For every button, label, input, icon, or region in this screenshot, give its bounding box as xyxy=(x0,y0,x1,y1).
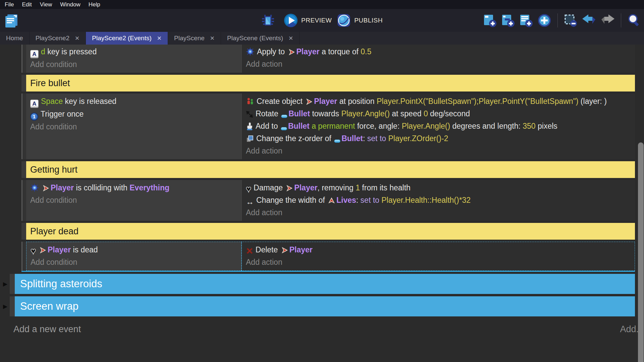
close-icon[interactable]: ✕ xyxy=(75,35,79,42)
undo-icon[interactable] xyxy=(581,14,597,27)
condition-line[interactable]: Player is colliding with Everything xyxy=(30,182,237,194)
conditions-column: Ad key is pressedAdd condition xyxy=(26,45,241,73)
action-line[interactable]: Rotate Bullet towards Player.Angle() at … xyxy=(246,108,631,120)
action-line[interactable]: Create object Player at position Player.… xyxy=(246,95,631,108)
action-line[interactable]: ✕Delete Player xyxy=(246,244,631,256)
publish-globe-icon xyxy=(336,13,351,28)
condition-line[interactable]: 1Trigger once xyxy=(30,108,237,121)
event-drag-handle[interactable] xyxy=(21,242,26,271)
text-segment: Player.PointX("BulletSpawn");Player.Poin… xyxy=(377,97,579,106)
comment-row[interactable]: Player dead xyxy=(21,223,635,240)
rotate-icon xyxy=(246,111,253,118)
close-icon[interactable]: ✕ xyxy=(210,35,215,42)
action-line[interactable]: Change the z-order of Bullet: set to Pla… xyxy=(246,132,631,145)
add-action-link[interactable]: Add action xyxy=(246,206,631,219)
event-row[interactable]: Ad key is pressedAdd conditionApply to P… xyxy=(21,45,635,73)
preview-button[interactable]: PREVIEW xyxy=(283,13,332,28)
debugger-icon[interactable] xyxy=(261,14,275,27)
text-segment: Trigger once xyxy=(41,110,84,118)
text-segment: Player xyxy=(289,245,313,254)
trigger-once-icon: 1 xyxy=(30,113,38,121)
add-action-link[interactable]: Add action xyxy=(246,145,631,157)
vertical-scrollbar[interactable] xyxy=(638,142,644,362)
text-segment: Player xyxy=(314,97,337,106)
action-line[interactable]: ♥Damage Player, removing 1 from its heal… xyxy=(246,182,631,194)
action-line[interactable]: ↔Change the width of Lives: set to Playe… xyxy=(246,194,631,206)
text-segment: Player xyxy=(48,245,71,254)
text-segment: a torque of xyxy=(320,47,361,56)
add-new-event-button[interactable]: Add a new event xyxy=(13,324,81,334)
add-comment-icon[interactable] xyxy=(519,13,533,28)
text-segment: 1 xyxy=(356,183,360,192)
text-segment: at position xyxy=(337,97,377,106)
conditions-column: ♥Player is deadAdd condition xyxy=(26,242,241,271)
text-segment: 0 xyxy=(424,109,428,118)
add-condition-link[interactable]: Add condition xyxy=(30,121,237,133)
add-action-link[interactable]: Add action xyxy=(246,58,631,70)
redo-icon[interactable] xyxy=(600,14,615,27)
actions-column: ✕Delete PlayerAdd action xyxy=(241,242,635,271)
player-object-icon xyxy=(281,246,288,254)
physics-icon xyxy=(30,183,39,192)
action-line[interactable]: Add to Bullet a permanent force, angle: … xyxy=(246,120,631,132)
menu-edit[interactable]: Edit xyxy=(22,1,32,8)
text-segment: Player xyxy=(297,47,320,56)
event-drag-handle[interactable] xyxy=(10,296,15,316)
search-icon[interactable] xyxy=(627,13,641,28)
condition-line[interactable]: ASpace key is released xyxy=(30,95,237,108)
group-row[interactable]: ▶Splitting asteroids xyxy=(10,274,635,294)
event-drag-handle[interactable] xyxy=(21,180,26,221)
add-condition-link[interactable]: Add condition xyxy=(31,256,237,268)
add-condition-link[interactable]: Add condition xyxy=(30,194,237,206)
project-manager-icon[interactable] xyxy=(3,12,19,28)
event-drag-handle[interactable] xyxy=(10,274,15,294)
add-subevent-icon[interactable] xyxy=(500,13,515,28)
menu-file[interactable]: File xyxy=(5,1,14,8)
publish-button[interactable]: PUBLISH xyxy=(336,13,383,28)
text-segment: Lives xyxy=(336,196,356,204)
event-drag-handle[interactable] xyxy=(21,45,26,73)
collapse-arrow-icon[interactable]: ▶ xyxy=(3,303,7,310)
text-segment: Damage xyxy=(254,183,285,192)
text-segment: towards xyxy=(310,109,341,118)
close-icon[interactable]: ✕ xyxy=(288,35,293,42)
event-drag-handle[interactable] xyxy=(21,223,26,240)
add-more-icon[interactable] xyxy=(537,13,552,28)
menu-view[interactable]: View xyxy=(40,1,52,8)
menu-window[interactable]: Window xyxy=(60,1,80,8)
condition-line[interactable]: Ad key is pressed xyxy=(30,46,237,58)
tab-playscene[interactable]: PlayScene ✕ xyxy=(168,32,221,45)
comment-row[interactable]: Getting hurt xyxy=(21,161,635,178)
tab-playscene2-events[interactable]: PlayScene2 (Events) ✕ xyxy=(86,32,168,45)
comment-text: Getting hurt xyxy=(26,161,635,178)
add-action-link[interactable]: Add action xyxy=(246,256,631,268)
tab-playscene2[interactable]: PlayScene2 ✕ xyxy=(30,32,86,45)
menu-bar: File Edit View Window Help xyxy=(0,0,644,9)
group-title: Screen wrap xyxy=(15,296,635,316)
event-row[interactable]: ASpace key is released1Trigger onceAdd c… xyxy=(21,94,635,159)
event-drag-handle[interactable] xyxy=(21,75,26,92)
event-drag-handle[interactable] xyxy=(21,161,26,178)
heart-icon: ♥ xyxy=(246,185,251,193)
text-segment: deg/second xyxy=(428,109,470,118)
add-event-icon[interactable] xyxy=(482,13,497,28)
text-segment: degrees and length: xyxy=(450,122,523,130)
collapse-arrow-icon[interactable]: ▶ xyxy=(3,281,7,288)
bullet-object-icon xyxy=(334,139,340,143)
delete-selection-icon[interactable] xyxy=(563,13,578,28)
comment-row[interactable]: Fire bullet xyxy=(21,75,635,92)
close-icon[interactable]: ✕ xyxy=(157,35,162,42)
tab-home[interactable]: Home xyxy=(0,32,30,45)
event-row[interactable]: ♥Player is deadAdd condition✕Delete Play… xyxy=(21,242,635,272)
main-toolbar: PREVIEW PUBLISH xyxy=(0,9,644,32)
condition-line[interactable]: ♥Player is dead xyxy=(31,244,237,256)
conditions-column: Player is colliding with EverythingAdd c… xyxy=(26,180,241,221)
text-segment: Create object xyxy=(257,97,305,106)
add-condition-link[interactable]: Add condition xyxy=(30,58,237,71)
event-row[interactable]: Player is colliding with EverythingAdd c… xyxy=(21,180,635,221)
menu-help[interactable]: Help xyxy=(89,1,100,8)
action-line[interactable]: Apply to Player a torque of 0.5 xyxy=(246,46,631,58)
group-row[interactable]: ▶Screen wrap xyxy=(10,296,635,316)
event-drag-handle[interactable] xyxy=(21,94,26,159)
tab-playscene-events[interactable]: PlayScene (Events) ✕ xyxy=(221,32,300,45)
